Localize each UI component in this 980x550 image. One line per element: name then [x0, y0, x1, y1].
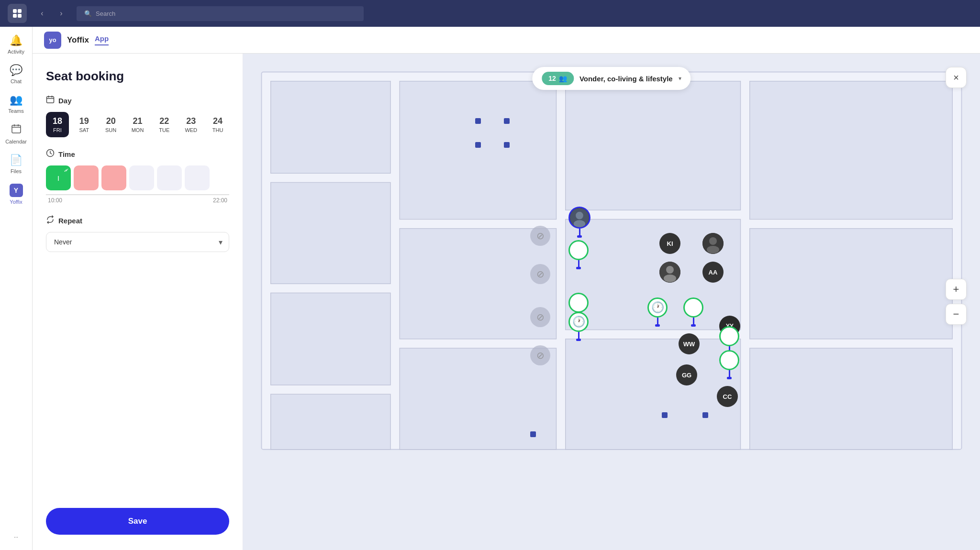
user-avatar-ww: WW [679, 333, 700, 354]
zoom-in-button[interactable]: + [946, 279, 967, 300]
occupancy-count: 12 [548, 75, 556, 82]
time-slot-1[interactable] [74, 165, 99, 190]
sidebar-item-label: Teams [8, 108, 23, 114]
time-slots: ✓ | [46, 165, 229, 190]
svg-rect-20 [271, 394, 390, 450]
user-photo-2[interactable] [659, 262, 680, 283]
user-gg[interactable]: GG [676, 364, 697, 385]
time-slot-0[interactable]: ✓ | [46, 165, 71, 190]
seat-pin-fr2 [719, 350, 739, 370]
blocked-seat-2[interactable]: ⊘ [530, 264, 550, 284]
seat-sq-3[interactable] [475, 142, 481, 148]
user-ww[interactable]: WW [679, 333, 700, 354]
sidebar-item-activity[interactable]: 🔔 Activity [2, 31, 31, 58]
blocked-seat-1[interactable]: ⊘ [530, 226, 550, 246]
time-section: Time ✓ | 10:00 [46, 149, 229, 204]
blocked-seat-3[interactable]: ⊘ [530, 307, 550, 327]
seat-base-ra1 [691, 324, 696, 327]
main-layout: 🔔 Activity 💬 Chat 👥 Teams Calendar 📄 [0, 27, 980, 550]
day-item-fri[interactable]: 18FRI [46, 112, 69, 137]
user-avatar-photo1 [702, 233, 724, 254]
time-slot-2[interactable] [101, 165, 126, 190]
day-item-thu[interactable]: 24THU [206, 112, 229, 137]
app-logo-icon [8, 4, 27, 23]
close-button[interactable]: × [946, 67, 967, 88]
sidebar-item-teams[interactable]: 👥 Teams [2, 90, 31, 118]
sidebar-item-label: Yoffix [10, 199, 22, 205]
repeat-label: Repeat [58, 217, 82, 225]
back-button[interactable]: ‹ [34, 6, 50, 21]
day-section-label: Day [46, 95, 229, 106]
seat-available-right-1[interactable] [683, 297, 703, 327]
seat-available-1[interactable] [568, 240, 589, 269]
yoffix-app-logo: yo [44, 32, 61, 49]
map-topbar: 12 👥 Vonder, co-living & lifestyle ▾ [532, 67, 690, 90]
location-dropdown-arrow[interactable]: ▾ [679, 75, 681, 82]
sidebar-item-chat[interactable]: 💬 Chat [2, 60, 31, 88]
time-end: 22:00 [213, 197, 227, 204]
day-item-sun[interactable]: 20SUN [100, 112, 122, 137]
seat-pin-2 [568, 293, 589, 313]
seat-stem-ra1 [693, 318, 694, 324]
time-slot-4[interactable] [157, 165, 182, 190]
svg-rect-18 [271, 183, 390, 284]
sidebar-more[interactable]: ... [2, 529, 31, 542]
svg-rect-2 [13, 14, 17, 18]
selected-seat-main[interactable] [568, 207, 590, 238]
user-ki[interactable]: KI [659, 233, 680, 254]
seat-sq-bottom-1[interactable] [662, 412, 668, 418]
time-slot-5[interactable] [185, 165, 210, 190]
user-photo-1[interactable] [702, 233, 724, 254]
repeat-icon [46, 215, 55, 226]
svg-rect-17 [271, 81, 390, 174]
seat-stem-r1 [657, 318, 658, 324]
sidebar-item-calendar[interactable]: Calendar [2, 120, 31, 148]
time-slot-3[interactable] [129, 165, 154, 190]
search-icon: 🔍 [84, 10, 92, 17]
occupancy-icon: 👥 [559, 75, 567, 82]
sidebar-item-yoffix[interactable]: Y Yoffix [2, 180, 31, 209]
day-item-mon[interactable]: 21MON [126, 112, 149, 137]
user-avatar-gg: GG [676, 364, 697, 385]
day-item-tue[interactable]: 22TUE [153, 112, 176, 137]
zoom-out-button[interactable]: − [946, 304, 967, 325]
svg-rect-26 [566, 339, 741, 450]
seat-sq-4[interactable] [504, 142, 510, 148]
user-aa[interactable]: AA [702, 262, 724, 283]
user-avatar-aa: AA [702, 262, 724, 283]
seat-sq-1[interactable] [475, 118, 481, 124]
seat-clock-1[interactable]: 🕐 [568, 312, 589, 341]
day-item-wed[interactable]: 23WED [179, 112, 202, 137]
nav-arrows[interactable]: ‹ › [34, 6, 69, 21]
seat-sq-2[interactable] [504, 118, 510, 124]
svg-rect-28 [750, 229, 953, 339]
svg-rect-21 [400, 81, 556, 220]
forward-button[interactable]: › [54, 6, 69, 21]
svg-rect-1 [18, 9, 22, 13]
svg-point-35 [707, 246, 719, 253]
svg-rect-27 [750, 81, 953, 220]
chat-icon: 💬 [10, 64, 22, 77]
day-item-sat[interactable]: 19SAT [73, 112, 96, 137]
calendar-small-icon [46, 95, 55, 106]
map-area[interactable]: 12 👥 Vonder, co-living & lifestyle ▾ × +… [243, 54, 980, 550]
time-start: 10:00 [48, 197, 62, 204]
svg-rect-3 [18, 14, 22, 18]
time-track [46, 194, 229, 195]
app-tab[interactable]: App [95, 34, 109, 45]
zoom-controls: + − [946, 279, 967, 325]
user-cc[interactable]: CC [717, 386, 738, 407]
seat-far-right-2[interactable] [719, 350, 739, 379]
blocked-seat-4[interactable]: ⊘ [530, 345, 550, 365]
time-label: Time [58, 150, 75, 158]
search-bar[interactable]: 🔍 Search [77, 6, 364, 21]
floor-plan-svg [243, 54, 980, 468]
seat-clock-right-1[interactable]: 🕐 [647, 297, 668, 327]
repeat-select[interactable]: Never Daily Weekly Monthly [46, 232, 229, 252]
seat-sq-bottom-2[interactable] [702, 412, 708, 418]
save-button[interactable]: Save [46, 508, 229, 535]
seat-clock-pin-right1: 🕐 [647, 297, 668, 318]
sidebar-item-files[interactable]: 📄 Files [2, 150, 31, 178]
time-section-label: Time [46, 149, 229, 160]
seat-sq-bottom-3[interactable] [530, 431, 536, 437]
